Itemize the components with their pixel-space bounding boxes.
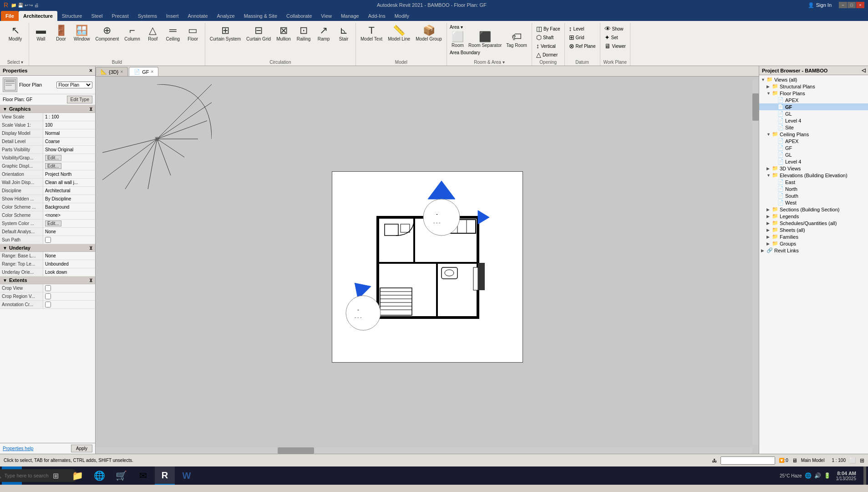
prop-type-dropdown[interactable]: Floor Plan xyxy=(56,82,93,88)
tree-item-floor-plans[interactable]: ▼ 📁 Floor Plans xyxy=(759,90,868,97)
tab-addins[interactable]: Add-Ins xyxy=(364,11,390,21)
tree-item-families[interactable]: ▶ 📁 Families xyxy=(759,233,868,240)
tab-analyze[interactable]: Analyze xyxy=(213,11,239,21)
dormer-button[interactable]: △ Dormer xyxy=(535,51,562,59)
curtain-grid-button[interactable]: ⊟ Curtain Grid xyxy=(244,25,273,42)
floor-plan-svg[interactable] xyxy=(332,172,523,363)
tree-item-groups[interactable]: ▶ 📁 Groups xyxy=(759,240,868,247)
viewer-button[interactable]: 🖥 Viewer xyxy=(603,42,627,50)
model-line-button[interactable]: 📏 Model Line xyxy=(386,25,412,42)
tab-precast[interactable]: Precast xyxy=(107,11,133,21)
tab-structure[interactable]: Structure xyxy=(57,11,87,21)
task-view-button[interactable]: ⊞ xyxy=(46,466,66,485)
visibility-edit-button[interactable]: Edit... xyxy=(45,155,61,161)
model-group-button[interactable]: 📦 Model Group xyxy=(414,25,444,42)
tree-item-schedules[interactable]: ▶ 📁 Schedules/Quantities (all) xyxy=(759,220,868,226)
component-button[interactable]: ⊕ Component xyxy=(94,25,121,42)
properties-close-button[interactable]: × xyxy=(89,67,92,74)
graphics-section-header[interactable]: ▼ Graphics ⊻ xyxy=(0,105,95,113)
tree-item-gl-floor[interactable]: 📄 GL xyxy=(759,110,868,117)
crop-region-v-checkbox[interactable] xyxy=(45,293,51,299)
tab-annotate[interactable]: Annotate xyxy=(183,11,212,21)
room-separator-button[interactable]: ⬛ Room Separator xyxy=(467,31,503,49)
tree-item-apex-ceiling[interactable]: 📄 APEX xyxy=(759,138,868,144)
curtain-system-button[interactable]: ⊞ Curtain System xyxy=(208,25,243,42)
tree-item-gf-floor[interactable]: 📄 GF xyxy=(759,103,868,110)
vertical-scroll-thumb[interactable] xyxy=(752,93,759,121)
tab-architecture[interactable]: Architecture xyxy=(19,11,57,21)
roof-button[interactable]: △ Roof xyxy=(144,25,162,42)
set-workplane-button[interactable]: ✦ Set xyxy=(603,33,627,41)
tree-item-west-elev[interactable]: 📄 West xyxy=(759,199,868,206)
extents-section-header[interactable]: ▼ Extents ⊻ xyxy=(0,277,95,284)
crop-view-checkbox[interactable] xyxy=(45,285,51,291)
underlay-section-header[interactable]: ▼ Underlay ⊻ xyxy=(0,244,95,252)
properties-help-link[interactable]: Properties help xyxy=(3,446,33,451)
vertical-scrollbar[interactable] xyxy=(752,80,759,445)
revit-taskbar[interactable]: R xyxy=(155,466,175,485)
search-input-statusbar[interactable] xyxy=(721,456,775,465)
clock[interactable]: 8:04 AM 1/13/2025 xyxy=(836,471,860,481)
close-button[interactable]: × xyxy=(856,2,864,8)
maximize-button[interactable]: □ xyxy=(848,2,856,8)
tab-collaborate[interactable]: Collaborate xyxy=(282,11,316,21)
sun-path-checkbox[interactable] xyxy=(45,237,51,243)
room-button[interactable]: ⬜ Room xyxy=(450,31,466,49)
tab-3d-view[interactable]: 📐 {3D} × xyxy=(96,67,128,76)
tab-systems[interactable]: Systems xyxy=(133,11,162,21)
column-button[interactable]: ⌐ Column xyxy=(122,25,142,42)
ramp-button[interactable]: ↗ Ramp xyxy=(315,25,333,42)
tree-item-ceiling-plans[interactable]: ▼ 📁 Ceiling Plans xyxy=(759,131,868,138)
tree-item-revit-links[interactable]: ▶ 🔗 Revit Links xyxy=(759,247,868,254)
level-button[interactable]: ↕ Level xyxy=(568,25,597,33)
signin-area[interactable]: 👤 Sign In xyxy=(805,2,834,8)
show-workplane-button[interactable]: 👁 Show xyxy=(603,25,627,33)
tree-item-views-all[interactable]: ▼ 📁 Views (all) xyxy=(759,76,868,83)
horizontal-scroll-thumb[interactable] xyxy=(278,447,314,454)
tab-massing[interactable]: Massing & Site xyxy=(239,11,282,21)
drawing-canvas[interactable]: - - - - - - - - xyxy=(96,80,759,454)
railing-button[interactable]: ⊡ Railing xyxy=(294,25,313,42)
door-button[interactable]: 🚪 Door xyxy=(52,25,70,42)
view-crop-icon[interactable]: ⊞ xyxy=(860,457,864,464)
system-color-edit-button[interactable]: Edit... xyxy=(45,220,61,226)
tree-item-structural-plans[interactable]: ▶ 📁 Structural Plans xyxy=(759,83,868,90)
annotation-cr-checkbox[interactable] xyxy=(45,302,51,308)
tab-view[interactable]: View xyxy=(316,11,336,21)
tab-steel[interactable]: Steel xyxy=(86,11,107,21)
tree-item-gl-ceiling[interactable]: 📄 GL xyxy=(759,151,868,158)
apply-button[interactable]: Apply xyxy=(71,445,92,452)
mullion-button[interactable]: ⊠ Mullion xyxy=(274,25,293,42)
graphic-displ-edit-button[interactable]: Edit... xyxy=(45,163,61,169)
edge-browser-taskbar[interactable]: 🌐 xyxy=(89,466,109,485)
tab-insert[interactable]: Insert xyxy=(162,11,183,21)
tree-item-3d-views[interactable]: ▶ 📁 3D Views xyxy=(759,165,868,172)
ref-plane-button[interactable]: ⊗ Ref Plane xyxy=(568,42,597,50)
show-desktop-button[interactable] xyxy=(863,466,866,485)
tree-item-elevations[interactable]: ▼ 📁 Elevations (Building Elevation) xyxy=(759,172,868,179)
tab-modify[interactable]: Modify xyxy=(390,11,414,21)
word-taskbar[interactable]: W xyxy=(177,466,197,485)
search-taskbar-button[interactable]: 🔍 xyxy=(24,466,44,485)
tree-item-level4-floor[interactable]: 📄 Level 4 xyxy=(759,117,868,124)
pb-expand-icon[interactable]: ◁ xyxy=(862,67,865,73)
shaft-button[interactable]: ⬡ Shaft xyxy=(535,33,562,41)
grid-button[interactable]: ⊞ Grid xyxy=(568,33,597,41)
floor-plan-container[interactable]: - - - - - - - - xyxy=(332,171,523,363)
model-text-button[interactable]: T Model Text xyxy=(359,25,384,42)
file-explorer-taskbar[interactable]: 📁 xyxy=(67,466,87,485)
tab-file[interactable]: File xyxy=(1,11,19,21)
wall-button[interactable]: ▬ Wall xyxy=(32,25,50,42)
view-rect-icon[interactable]: ⬜ xyxy=(849,457,856,464)
tab-gf-view[interactable]: 📄 GF × xyxy=(129,67,158,76)
floor-button[interactable]: ▭ Floor xyxy=(184,25,202,42)
edit-type-button[interactable]: Edit Type xyxy=(67,96,92,103)
tree-item-sections[interactable]: ▶ 📁 Sections (Building Section) xyxy=(759,206,868,213)
close-3d-tab-button[interactable]: × xyxy=(120,69,123,74)
tree-item-gf-ceiling[interactable]: 📄 GF xyxy=(759,144,868,151)
by-face-button[interactable]: ◫ By Face xyxy=(535,25,562,33)
vertical-button[interactable]: ↕ Vertical xyxy=(535,42,562,50)
tree-item-east-elev[interactable]: 📄 East xyxy=(759,179,868,185)
horizontal-scrollbar[interactable] xyxy=(96,447,752,454)
tree-item-south-elev[interactable]: 📄 South xyxy=(759,192,868,199)
